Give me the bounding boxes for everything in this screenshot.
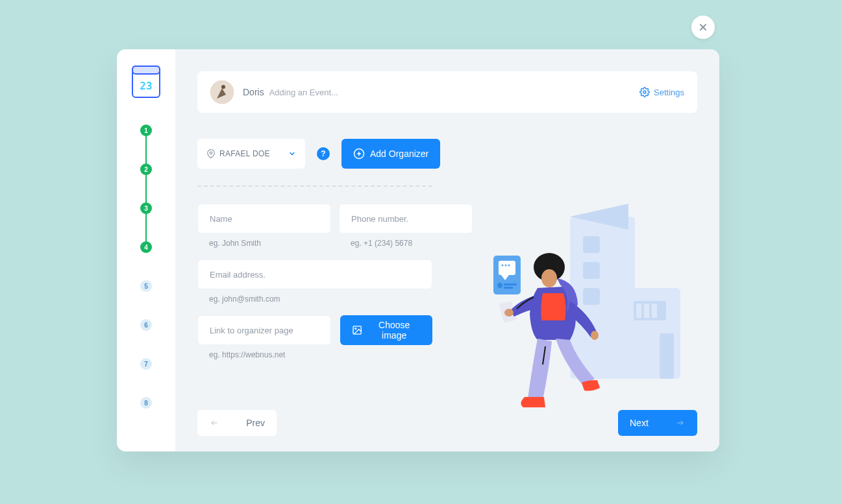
svg-rect-16	[583, 262, 600, 279]
link-hint: eg. https://webnus.net	[209, 350, 432, 359]
svg-rect-3	[132, 66, 160, 74]
header-subtitle: Adding an Event...	[269, 88, 338, 97]
svg-point-27	[505, 265, 507, 267]
svg-point-28	[508, 265, 510, 267]
choose-image-label: Choose image	[367, 320, 421, 341]
prev-button[interactable]: Prev	[197, 410, 277, 436]
svg-point-6	[221, 85, 225, 89]
link-input[interactable]	[197, 315, 331, 345]
step-1[interactable]: 1	[140, 125, 152, 136]
phone-input[interactable]	[339, 204, 473, 234]
next-button[interactable]: Next	[618, 410, 697, 436]
step-4[interactable]: 4	[140, 241, 152, 253]
pin-icon	[206, 149, 216, 158]
name-hint: eg. John Smith	[209, 239, 331, 248]
illustration	[473, 184, 680, 418]
chevron-down-icon	[288, 150, 296, 158]
step-7[interactable]: 7	[140, 358, 152, 370]
arrow-right-icon	[675, 419, 686, 427]
close-icon	[698, 22, 708, 32]
add-organizer-button[interactable]: Add Organizer	[341, 139, 440, 169]
close-button[interactable]	[691, 16, 715, 39]
gear-icon	[639, 87, 650, 97]
svg-point-36	[541, 269, 557, 287]
svg-point-26	[502, 265, 504, 267]
email-hint: eg. john@smith.com	[209, 294, 432, 304]
step-3[interactable]: 3	[140, 202, 152, 214]
svg-point-35	[552, 258, 562, 269]
wizard-footer: Prev Next	[197, 410, 697, 436]
organizer-select[interactable]: RAFAEL DOE	[197, 139, 305, 169]
svg-rect-15	[583, 236, 600, 253]
organizer-form: eg. John Smith eg. +1 (234) 5678 eg. joh…	[197, 204, 432, 366]
step-6[interactable]: 6	[140, 319, 152, 331]
svg-point-29	[497, 283, 502, 288]
step-8[interactable]: 8	[140, 397, 152, 409]
svg-rect-14	[570, 217, 635, 379]
svg-rect-25	[499, 261, 515, 275]
svg-rect-31	[504, 287, 513, 289]
svg-rect-24	[493, 256, 521, 294]
add-organizer-label: Add Organizer	[370, 149, 428, 159]
svg-rect-30	[504, 283, 517, 285]
svg-point-33	[534, 253, 565, 282]
svg-rect-20	[636, 304, 641, 318]
step-indicator: 1 2 3 4 5 6 7 8	[140, 125, 152, 436]
svg-point-8	[210, 152, 212, 154]
image-icon	[352, 324, 362, 336]
svg-rect-32	[499, 301, 516, 323]
settings-label: Settings	[654, 88, 684, 97]
arrow-left-icon	[209, 419, 219, 427]
step-line-done	[145, 130, 147, 247]
organizer-select-value: RAFAEL DOE	[219, 149, 270, 158]
svg-point-13	[355, 328, 356, 330]
svg-point-7	[643, 91, 646, 93]
step-5[interactable]: 5	[140, 280, 152, 292]
sidebar: 23 1 2 3 4 5 6 7 8	[117, 49, 175, 451]
help-button[interactable]: ?	[317, 147, 330, 160]
name-input[interactable]	[197, 204, 331, 234]
svg-point-34	[536, 256, 549, 269]
plus-circle-icon	[353, 148, 365, 160]
svg-rect-21	[644, 304, 649, 318]
email-input[interactable]	[197, 259, 432, 289]
svg-rect-18	[622, 288, 680, 379]
svg-point-38	[591, 331, 599, 340]
divider	[197, 186, 432, 187]
step-2[interactable]: 2	[140, 163, 152, 175]
svg-rect-17	[583, 288, 600, 305]
calendar-logo-icon: 23	[131, 65, 161, 99]
prev-label: Prev	[246, 418, 265, 428]
svg-point-37	[504, 309, 514, 317]
svg-rect-19	[634, 301, 666, 320]
next-label: Next	[630, 418, 649, 428]
choose-image-button[interactable]: Choose image	[340, 315, 432, 345]
main-content: Doris Adding an Event... Settings RAFAEL…	[175, 49, 719, 451]
settings-button[interactable]: Settings	[639, 87, 684, 97]
wizard-modal: 23 1 2 3 4 5 6 7 8 Doris Adding an Event…	[117, 49, 719, 451]
svg-text:23: 23	[140, 80, 152, 92]
username: Doris	[243, 87, 264, 97]
user-avatar	[210, 80, 234, 104]
phone-hint: eg. +1 (234) 5678	[351, 239, 473, 248]
svg-rect-22	[652, 304, 657, 318]
svg-rect-23	[660, 333, 674, 379]
header-card: Doris Adding an Event... Settings	[197, 71, 697, 113]
